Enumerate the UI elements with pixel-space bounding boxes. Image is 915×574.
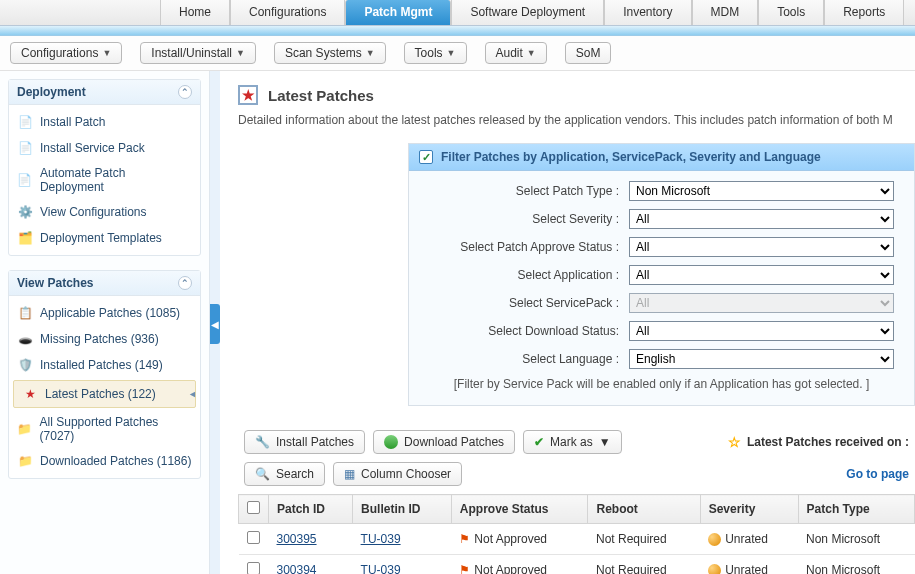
sidebar-item-label: Applicable Patches (1085) (40, 306, 180, 320)
column-chooser-label: Column Chooser (361, 467, 451, 481)
mark-as-label: Mark as (550, 435, 593, 449)
patch-type-value: Non Microsoft (798, 524, 914, 555)
patch-id-link[interactable]: 300394 (277, 563, 317, 574)
filter-label-download: Select Download Status: (429, 324, 629, 338)
splitter: ◀ (210, 71, 220, 574)
collapse-icon: ⌃ (178, 276, 192, 290)
row-checkbox[interactable] (247, 531, 260, 544)
patches-table: Patch ID Bulletin ID Approve Status Rebo… (238, 494, 915, 574)
sidebar-item-label: All Supported Patches (7027) (40, 415, 192, 443)
toolbar-scan-label: Scan Systems (285, 46, 362, 60)
checklist-icon: 📋 (17, 305, 33, 321)
table-row[interactable]: 300395 TU-039 ⚑Not Approved Not Required… (239, 524, 915, 555)
search-icon: 🔍 (255, 467, 270, 481)
toolbar-install-uninstall[interactable]: Install/Uninstall▼ (140, 42, 256, 64)
tab-inventory[interactable]: Inventory (604, 0, 691, 25)
filter-label-application: Select Application : (429, 268, 629, 282)
toolbar-configurations-label: Configurations (21, 46, 98, 60)
sidebar-all-supported-patches[interactable]: 📁All Supported Patches (7027) (9, 410, 200, 448)
toolbar-scan-systems[interactable]: Scan Systems▼ (274, 42, 386, 64)
sidebar-install-service-pack[interactable]: 📄Install Service Pack (9, 135, 200, 161)
filter-panel-header[interactable]: ✓ Filter Patches by Application, Service… (409, 144, 914, 171)
caret-down-icon: ▼ (102, 48, 111, 58)
select-severity[interactable]: All (629, 209, 894, 229)
col-reboot[interactable]: Reboot (588, 495, 700, 524)
download-icon (384, 435, 398, 449)
sidebar-item-label: View Configurations (40, 205, 147, 219)
deployment-panel-header[interactable]: Deployment ⌃ (9, 80, 200, 105)
filter-label-patch-type: Select Patch Type : (429, 184, 629, 198)
select-servicepack[interactable]: All (629, 293, 894, 313)
download-patches-button[interactable]: Download Patches (373, 430, 515, 454)
select-language[interactable]: English (629, 349, 894, 369)
tab-software-deployment[interactable]: Software Deployment (451, 0, 604, 25)
document-icon: 📄 (17, 114, 33, 130)
col-patch-id[interactable]: Patch ID (269, 495, 353, 524)
tab-mdm[interactable]: MDM (692, 0, 759, 25)
caret-down-icon: ▼ (366, 48, 375, 58)
col-approve-status[interactable]: Approve Status (451, 495, 588, 524)
toolbar-configurations[interactable]: Configurations▼ (10, 42, 122, 64)
sidebar-deployment-templates[interactable]: 🗂️Deployment Templates (9, 225, 200, 251)
blue-accent-bar (0, 26, 915, 36)
star-icon: ☆ (728, 434, 741, 450)
select-all-checkbox[interactable] (247, 501, 260, 514)
mark-as-button[interactable]: ✔Mark as▼ (523, 430, 622, 454)
toolbar-tools[interactable]: Tools▼ (404, 42, 467, 64)
tab-patch-mgmt[interactable]: Patch Mgmt (345, 0, 451, 25)
col-severity[interactable]: Severity (700, 495, 798, 524)
installed-icon: 🛡️ (17, 357, 33, 373)
view-patches-panel-header[interactable]: View Patches ⌃ (9, 271, 200, 296)
search-button[interactable]: 🔍Search (244, 462, 325, 486)
sidebar-downloaded-patches[interactable]: 📁Downloaded Patches (1186) (9, 448, 200, 474)
deployment-panel-title: Deployment (17, 85, 86, 99)
patch-id-link[interactable]: 300395 (277, 532, 317, 546)
sidebar-applicable-patches[interactable]: 📋Applicable Patches (1085) (9, 300, 200, 326)
select-download-status[interactable]: All (629, 321, 894, 341)
caret-down-icon: ▼ (527, 48, 536, 58)
check-icon: ✔ (534, 435, 544, 449)
go-to-page-link[interactable]: Go to page (846, 467, 909, 481)
caret-down-icon: ▼ (236, 48, 245, 58)
tab-reports[interactable]: Reports (824, 0, 904, 25)
sidebar-item-label: Installed Patches (149) (40, 358, 163, 372)
table-row[interactable]: 300394 TU-039 ⚑Not Approved Not Required… (239, 555, 915, 575)
toolbar-install-label: Install/Uninstall (151, 46, 232, 60)
sidebar-automate-patch[interactable]: 📄Automate Patch Deployment (9, 161, 200, 199)
sidebar-view-configurations[interactable]: ⚙️View Configurations (9, 199, 200, 225)
row-checkbox[interactable] (247, 562, 260, 574)
sidebar-item-label: Install Service Pack (40, 141, 145, 155)
bulletin-id-link[interactable]: TU-039 (361, 532, 401, 546)
tab-home[interactable]: Home (160, 0, 230, 25)
install-patches-button[interactable]: 🔧Install Patches (244, 430, 365, 454)
folder-icon: 📁 (17, 453, 33, 469)
col-patch-type[interactable]: Patch Type (798, 495, 914, 524)
sidebar-installed-patches[interactable]: 🛡️Installed Patches (149) (9, 352, 200, 378)
document-icon: 📄 (17, 140, 33, 156)
grid-icon: ▦ (344, 467, 355, 481)
page-description: Detailed information about the latest pa… (238, 113, 915, 127)
filter-label-severity: Select Severity : (429, 212, 629, 226)
tab-configurations[interactable]: Configurations (230, 0, 345, 25)
sidebar-install-patch[interactable]: 📄Install Patch (9, 109, 200, 135)
toolbar-audit[interactable]: Audit▼ (485, 42, 547, 64)
sidebar-item-label: Missing Patches (936) (40, 332, 159, 346)
col-bulletin-id[interactable]: Bulletin ID (353, 495, 452, 524)
toolbar-audit-label: Audit (496, 46, 523, 60)
bulletin-id-link[interactable]: TU-039 (361, 563, 401, 574)
select-patch-type[interactable]: Non Microsoft (629, 181, 894, 201)
filter-note: [Filter by Service Pack will be enabled … (429, 377, 894, 391)
document-icon: 📄 (17, 172, 33, 188)
select-application[interactable]: All (629, 265, 894, 285)
filter-label-approve: Select Patch Approve Status : (429, 240, 629, 254)
download-patches-label: Download Patches (404, 435, 504, 449)
latest-patches-received: ☆Latest Patches received on : (728, 434, 909, 450)
sidebar-missing-patches[interactable]: 🕳️Missing Patches (936) (9, 326, 200, 352)
sidebar-latest-patches[interactable]: ★Latest Patches (122) (13, 380, 196, 408)
view-patches-panel-title: View Patches (17, 276, 94, 290)
column-chooser-button[interactable]: ▦Column Chooser (333, 462, 462, 486)
tab-tools[interactable]: Tools (758, 0, 824, 25)
select-approve-status[interactable]: All (629, 237, 894, 257)
toolbar-som[interactable]: SoM (565, 42, 612, 64)
splitter-handle[interactable]: ◀ (210, 304, 220, 344)
